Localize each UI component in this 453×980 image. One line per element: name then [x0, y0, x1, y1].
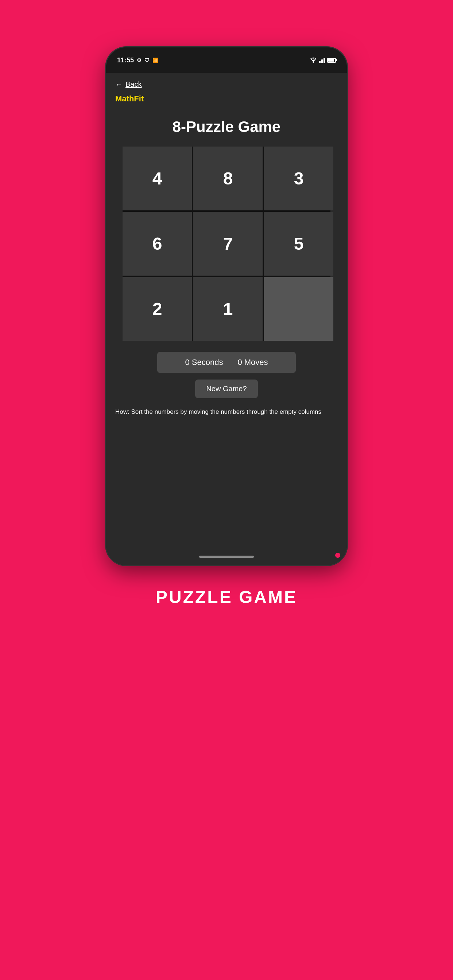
back-arrow-icon: ←: [115, 80, 123, 89]
puzzle-cell-number-7: 1: [223, 299, 233, 319]
moves-stat: 0 Moves: [238, 358, 268, 367]
footer-label-container: PUZZLE GAME: [156, 587, 297, 607]
status-left: 11:55 ⚙ 🛡 📶: [117, 57, 158, 64]
puzzle-cell-number-1: 8: [223, 169, 233, 188]
puzzle-cell-number-3: 6: [152, 234, 162, 254]
seconds-stat: 0 Seconds: [185, 358, 223, 367]
puzzle-cell-number-2: 3: [294, 169, 304, 188]
red-dot: [335, 553, 340, 558]
battery-icon: [327, 58, 336, 63]
app-title-container: MathFit: [106, 92, 347, 111]
shield-icon: 🛡: [144, 57, 150, 63]
puzzle-cell-4[interactable]: 7: [193, 212, 263, 275]
puzzle-cell-number-0: 4: [152, 169, 162, 188]
status-bar: 11:55 ⚙ 🛡 📶: [106, 48, 347, 73]
status-time: 11:55: [117, 57, 134, 64]
puzzle-cell-1[interactable]: 8: [193, 146, 263, 210]
svg-point-0: [313, 62, 314, 63]
puzzle-cell-number-4: 7: [223, 234, 233, 254]
game-title: 8-Puzzle Game: [172, 118, 281, 135]
back-button[interactable]: ← Back: [115, 80, 142, 89]
puzzle-cell-2[interactable]: 3: [264, 146, 333, 210]
game-title-container: 8-Puzzle Game: [106, 111, 347, 146]
footer-label: PUZZLE GAME: [156, 587, 297, 607]
puzzle-cell-number-5: 5: [294, 234, 304, 254]
puzzle-cell-7[interactable]: 1: [193, 277, 263, 341]
back-label: Back: [126, 80, 142, 89]
home-bar: [199, 555, 254, 558]
screen-content: ← Back MathFit 8-Puzzle Game 48367521 0 …: [106, 73, 347, 565]
puzzle-cell-3[interactable]: 6: [123, 212, 192, 275]
new-game-button[interactable]: New Game?: [195, 380, 257, 398]
nav-bar: ← Back: [106, 73, 347, 92]
status-right: [309, 57, 336, 63]
app-title: MathFit: [115, 94, 144, 103]
phone-shell: 11:55 ⚙ 🛡 📶: [106, 48, 347, 565]
wifi-icon: [309, 57, 317, 63]
how-to-text: How: Sort the numbers by moving the numb…: [106, 398, 347, 417]
puzzle-cell-number-6: 2: [152, 299, 162, 319]
stats-bar: 0 Seconds 0 Moves: [157, 352, 296, 373]
puzzle-cell-0[interactable]: 4: [123, 146, 192, 210]
puzzle-cell-8[interactable]: [264, 277, 333, 341]
puzzle-cell-5[interactable]: 5: [264, 212, 333, 275]
gear-icon: ⚙: [137, 57, 142, 63]
signal-icon: [319, 57, 325, 63]
sim-icon: 📶: [152, 57, 158, 63]
puzzle-cell-6[interactable]: 2: [123, 277, 192, 341]
puzzle-grid: 48367521: [123, 146, 330, 341]
